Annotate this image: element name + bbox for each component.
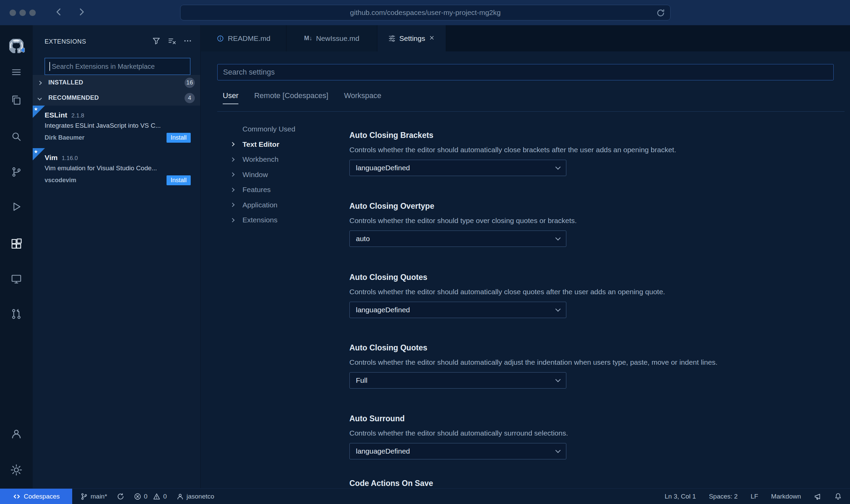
settings-gear-icon[interactable] <box>0 464 33 476</box>
tab-label: NewIssue.md <box>316 34 359 43</box>
scope-tab-remote[interactable]: Remote [Codespaces] <box>254 91 328 104</box>
extension-publisher: Dirk Baeumer <box>45 134 84 141</box>
explorer-icon[interactable] <box>0 94 33 106</box>
extension-name: Vim <box>45 154 58 162</box>
pull-request-icon[interactable] <box>0 308 33 320</box>
install-button[interactable]: Install <box>167 175 191 185</box>
run-debug-icon[interactable] <box>0 201 33 212</box>
star-icon: ★ <box>34 149 38 154</box>
account-status[interactable]: jasonetco <box>176 493 214 500</box>
tab-newissue[interactable]: M↓ NewIssue.md <box>286 25 377 51</box>
sidebar-title: EXTENSIONS <box>45 38 86 45</box>
close-icon[interactable] <box>429 34 435 43</box>
info-icon <box>217 35 224 42</box>
more-actions-icon[interactable] <box>183 36 192 47</box>
section-recommended[interactable]: RECOMMENDED 4 <box>33 90 200 106</box>
browser-forward-button[interactable] <box>76 7 86 18</box>
install-button[interactable]: Install <box>167 133 191 143</box>
notifications-button[interactable] <box>834 493 842 500</box>
toc-item-commonly-used[interactable]: Commonly Used <box>231 122 333 137</box>
extension-version: 2.1.8 <box>72 112 84 119</box>
chevron-right-icon <box>231 173 242 176</box>
setting-title: Auto Surround <box>349 414 830 423</box>
warning-icon <box>153 493 160 500</box>
toc-item-application[interactable]: Application <box>231 198 333 213</box>
eol-indicator[interactable]: LF <box>751 493 758 500</box>
toc-item-extensions[interactable]: Extensions <box>231 212 333 228</box>
feedback-button[interactable] <box>814 493 821 500</box>
toc-label: Workbench <box>242 155 279 163</box>
setting-value: languageDefined <box>356 306 410 314</box>
setting-item: Auto Closing Brackets Controls whether t… <box>349 131 830 176</box>
scope-tab-user[interactable]: User <box>223 91 238 104</box>
source-control-icon[interactable] <box>0 166 33 178</box>
section-label: INSTALLED <box>48 79 83 86</box>
settings-scope-tabs: User Remote [Codespaces] Workspace <box>223 91 381 104</box>
toc-item-workbench[interactable]: Workbench <box>231 152 333 167</box>
setting-item: Auto Surround Controls whether the edito… <box>349 414 830 459</box>
tab-readme[interactable]: README.md <box>201 25 286 51</box>
tab-label: README.md <box>228 34 270 43</box>
github-logo[interactable] <box>0 39 33 53</box>
window-controls <box>10 0 36 25</box>
account-icon[interactable] <box>0 428 33 440</box>
setting-dropdown[interactable]: languageDefined <box>349 302 566 318</box>
cursor-label: Ln 3, Col 1 <box>665 493 696 500</box>
recommended-ribbon-icon: ★ <box>33 106 45 118</box>
tab-settings[interactable]: Settings <box>377 25 446 51</box>
toc-item-features[interactable]: Features <box>231 182 333 198</box>
chevron-right-icon <box>231 188 242 191</box>
vscode-badge-icon <box>19 47 25 54</box>
menu-icon[interactable] <box>0 66 33 78</box>
extensions-icon[interactable] <box>0 238 33 250</box>
toc-item-text-editor[interactable]: Text Editor <box>231 137 333 152</box>
setting-dropdown[interactable]: languageDefined <box>349 160 566 176</box>
codespaces-remote-indicator[interactable]: Codespaces <box>0 489 72 504</box>
url-bar[interactable]: github.com/codespaces/user-my-project-mg… <box>180 5 671 20</box>
toc-item-window[interactable]: Window <box>231 167 333 183</box>
tab-label: Settings <box>399 34 425 43</box>
setting-title: Auto Closing Quotes <box>349 273 830 282</box>
error-count: 0 <box>144 493 148 500</box>
extensions-sidebar: EXTENSIONS INSTALLED 16 RECOMMENDED 4 ★ … <box>33 25 201 488</box>
branch-icon <box>80 493 88 500</box>
setting-dropdown[interactable]: auto <box>349 231 566 247</box>
filter-icon[interactable] <box>152 36 161 47</box>
editor-tab-bar: README.md M↓ NewIssue.md Settings <box>201 25 850 51</box>
chevron-down-icon <box>555 448 561 453</box>
scope-tab-workspace[interactable]: Workspace <box>344 91 381 104</box>
setting-dropdown[interactable]: languageDefined <box>349 443 566 459</box>
error-icon <box>134 493 141 500</box>
language-mode[interactable]: Markdown <box>771 493 801 500</box>
branch-label: main* <box>91 493 107 500</box>
window-maximize-button[interactable] <box>29 10 36 16</box>
setting-value: languageDefined <box>356 164 410 172</box>
search-icon[interactable] <box>0 131 33 142</box>
setting-description: Controls whether the editor should type … <box>349 217 830 225</box>
setting-dropdown[interactable]: Full <box>349 372 566 389</box>
setting-item: Auto Closing Quotes Controls whether the… <box>349 343 830 389</box>
problems-indicator[interactable]: 0 0 <box>134 493 167 500</box>
section-label: RECOMMENDED <box>48 94 99 101</box>
extension-description: Integrates ESLint JavaScript into VS C..… <box>45 122 191 129</box>
window-close-button[interactable] <box>10 10 16 16</box>
toc-label: Window <box>242 171 268 179</box>
language-label: Markdown <box>771 493 801 500</box>
extension-item-eslint[interactable]: ★ ESLint 2.1.8 Integrates ESLint JavaScr… <box>33 106 200 148</box>
reload-icon[interactable] <box>656 8 665 19</box>
cursor-position[interactable]: Ln 3, Col 1 <box>665 493 696 500</box>
extensions-search-input[interactable] <box>45 58 190 75</box>
extension-item-vim[interactable]: ★ Vim 1.16.0 Vim emulation for Visual St… <box>33 148 200 191</box>
sync-button[interactable] <box>117 493 124 500</box>
branch-indicator[interactable]: main* <box>80 493 107 500</box>
settings-search-input[interactable] <box>217 64 834 80</box>
setting-item: Auto Closing Quotes Controls whether the… <box>349 273 830 318</box>
setting-title: Auto Closing Overtype <box>349 202 830 211</box>
browser-back-button[interactable] <box>54 7 64 18</box>
window-minimize-button[interactable] <box>19 10 26 16</box>
clear-search-results-icon[interactable] <box>168 36 176 47</box>
section-installed[interactable]: INSTALLED 16 <box>33 75 200 90</box>
indentation-indicator[interactable]: Spaces: 2 <box>709 493 738 500</box>
remote-explorer-icon[interactable] <box>0 273 33 285</box>
extension-version: 1.16.0 <box>62 155 78 162</box>
